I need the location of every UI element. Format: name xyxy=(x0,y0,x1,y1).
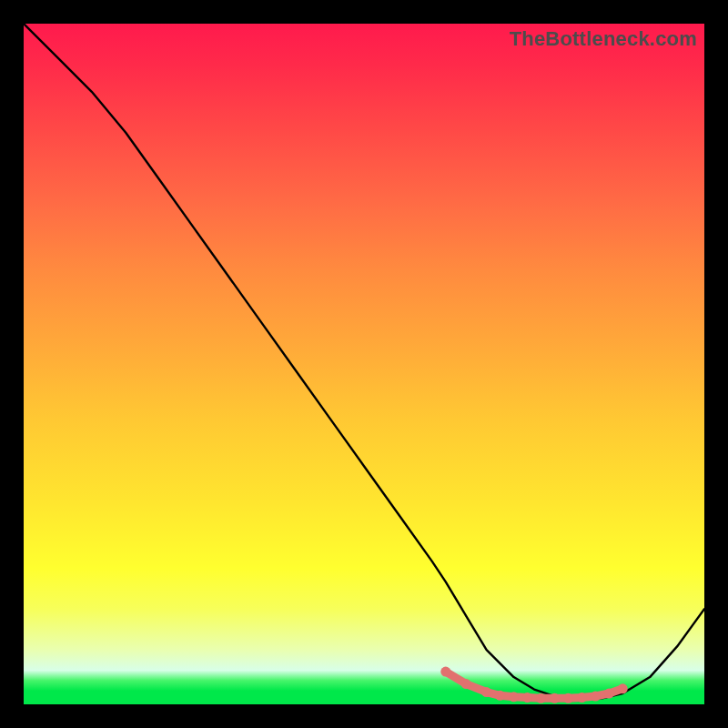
valley-point xyxy=(550,693,560,703)
curve-line xyxy=(24,24,704,699)
watermark-label: TheBottleneck.com xyxy=(510,27,697,51)
valley-highlight-line xyxy=(446,672,622,698)
valley-point xyxy=(440,667,450,677)
valley-point xyxy=(591,692,601,702)
valley-point xyxy=(604,689,614,699)
valley-point xyxy=(522,693,532,703)
valley-point xyxy=(577,693,587,703)
valley-point xyxy=(481,687,491,697)
chart-svg xyxy=(24,24,704,704)
valley-point xyxy=(563,693,573,703)
valley-point xyxy=(509,692,519,702)
valley-point xyxy=(495,691,505,701)
valley-point xyxy=(461,679,471,689)
valley-point xyxy=(536,693,546,703)
plot-area: TheBottleneck.com xyxy=(24,24,704,704)
chart-container: TheBottleneck.com xyxy=(0,0,728,728)
valley-point xyxy=(618,683,628,693)
